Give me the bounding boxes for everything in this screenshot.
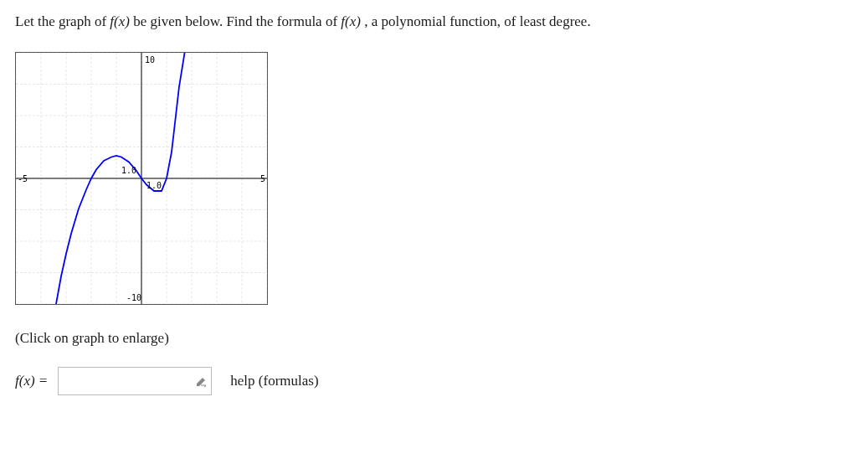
svg-text:1.0: 1.0	[121, 166, 136, 175]
question-middle: be given below. Find the formula of	[133, 13, 341, 29]
answer-row: f(x) = help (formulas)	[15, 367, 853, 395]
question-prefix: Let the graph of	[15, 13, 110, 29]
question-suffix: , a polynomial function, of least degree…	[364, 13, 591, 29]
answer-label: f(x) =	[15, 373, 48, 389]
svg-text:-5: -5	[18, 174, 28, 183]
svg-text:-10: -10	[126, 293, 141, 302]
question-text: Let the graph of f(x) be given below. Fi…	[15, 12, 853, 32]
answer-label-fn: f(x)	[15, 373, 35, 389]
svg-text:10: 10	[145, 55, 155, 64]
question-fn1: f(x)	[110, 13, 130, 29]
enlarge-note: (Click on graph to enlarge)	[15, 330, 853, 347]
svg-text:1.0: 1.0	[146, 181, 162, 190]
help-formulas-link[interactable]: help (formulas)	[230, 373, 318, 389]
answer-input[interactable]	[58, 367, 212, 395]
question-fn2: f(x)	[341, 13, 361, 29]
polynomial-graph[interactable]: 10-101.01.0-55	[15, 52, 268, 305]
answer-label-eq: =	[35, 373, 49, 389]
svg-text:5: 5	[260, 174, 265, 183]
